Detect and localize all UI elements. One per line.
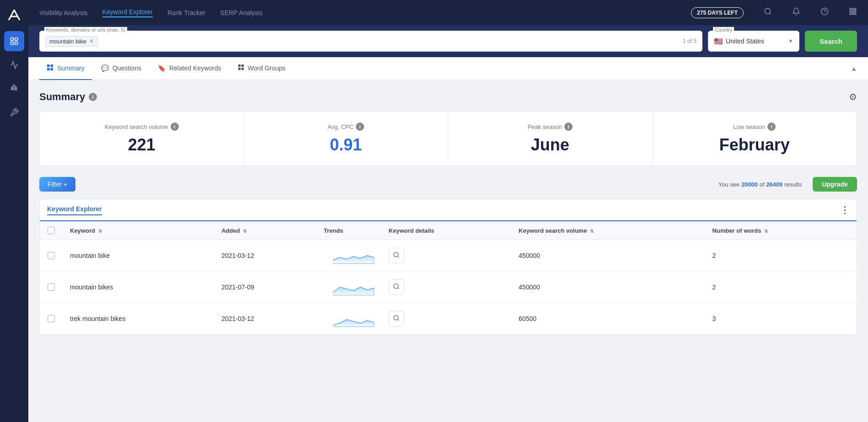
stat-search-volume-info-icon[interactable]: i	[171, 123, 179, 131]
row-checkbox-1[interactable]	[48, 283, 55, 291]
table-row: mountain bike2021-03-12 4500002	[40, 240, 857, 272]
tab-word-groups-label: Word Groups	[248, 64, 286, 72]
results-of: of	[760, 181, 765, 188]
table-more-options-button[interactable]: ⋮	[840, 204, 849, 215]
svg-rect-12	[852, 11, 854, 12]
apps-grid-icon[interactable]	[849, 7, 857, 18]
col-keyword-sort: ⇅	[98, 229, 102, 234]
cell-num-words: 3	[705, 303, 857, 335]
svg-rect-15	[852, 13, 854, 15]
svg-line-30	[398, 319, 399, 321]
svg-rect-3	[15, 42, 18, 45]
nav-serp-analysis[interactable]: SERP Analysis	[220, 9, 263, 16]
sidebar-item-analytics[interactable]	[4, 55, 24, 75]
nav-rank-tracker[interactable]: Rank Tracker	[167, 9, 205, 16]
country-select[interactable]: Country 🇺🇸 United States ▼	[708, 31, 799, 52]
results-suffix: results	[784, 181, 802, 188]
notification-icon[interactable]	[792, 7, 800, 18]
search-icon[interactable]	[764, 7, 772, 18]
filter-row: Filter + You see 20000 of 26409 results …	[39, 177, 857, 192]
tab-word-groups[interactable]: Word Groups	[230, 57, 293, 80]
summary-info-icon[interactable]: i	[89, 93, 97, 101]
table-tab-label[interactable]: Keyword Explorer	[47, 205, 102, 215]
row-checkbox-0[interactable]	[48, 252, 55, 259]
svg-line-28	[398, 288, 399, 289]
table-row: mountain bikes2021-07-09 4500002	[40, 272, 857, 303]
col-num-words[interactable]: Number of words ⇅	[705, 221, 857, 240]
keyword-tag-text: mountain bike	[49, 38, 86, 45]
keyword-detail-button-0[interactable]	[389, 248, 404, 263]
stat-peak-season: Peak season i June	[448, 112, 653, 166]
filter-button[interactable]: Filter +	[39, 177, 75, 192]
cell-keyword: trek mountain bikes	[63, 303, 214, 335]
sidebar-item-home[interactable]	[4, 31, 24, 51]
keyword-tag-remove[interactable]: ✕	[89, 38, 94, 44]
help-icon[interactable]	[820, 7, 829, 18]
svg-rect-24	[241, 68, 243, 70]
col-added-sort: ⇅	[243, 229, 246, 234]
svg-point-4	[765, 8, 770, 14]
row-checkbox-2[interactable]	[48, 315, 55, 322]
keyword-table-wrapper: Keyword Explorer ⋮ Keyword ⇅ Added	[39, 199, 857, 335]
col-search-volume-sort: ⇅	[590, 229, 594, 234]
keyword-table: Keyword ⇅ Added ⇅ Trends Keyword details	[40, 221, 857, 335]
search-button[interactable]: Search	[805, 31, 857, 52]
stat-low-season-info-icon[interactable]: i	[767, 123, 776, 131]
nav-visibility-analysis[interactable]: Visibility Analysis	[39, 9, 88, 16]
summary-title-text: Summary	[39, 91, 85, 103]
stats-grid: Keyword search volume i 221 Avg. CPC i 0…	[39, 111, 857, 166]
chevron-down-icon: ▼	[788, 38, 793, 44]
tab-summary[interactable]: Summary	[39, 57, 92, 80]
tab-bar-collapse-icon[interactable]: ▲	[851, 65, 857, 72]
app-logo[interactable]	[4, 5, 24, 25]
upgrade-button[interactable]: Upgrade	[813, 177, 857, 192]
cell-search-volume: 450000	[511, 272, 705, 303]
table-head: Keyword ⇅ Added ⇅ Trends Keyword details	[40, 221, 857, 240]
stat-peak-season-info-icon[interactable]: i	[564, 123, 573, 131]
tab-related-icon: 🔖	[158, 64, 166, 72]
keyword-input-wrapper[interactable]: Keywords, domains or urls (max. 5) mount…	[39, 31, 702, 52]
col-keyword[interactable]: Keyword ⇅	[63, 221, 214, 240]
tab-wordgroups-icon	[238, 64, 244, 72]
settings-gear-icon[interactable]: ⚙	[849, 91, 857, 102]
tab-summary-icon	[47, 64, 54, 72]
cell-num-words: 2	[705, 272, 857, 303]
search-detail-icon	[393, 251, 400, 260]
cell-added: 2021-07-09	[214, 272, 316, 303]
table-body: mountain bike2021-03-12 4500002mountain …	[40, 240, 857, 335]
sidebar-item-tools[interactable]	[4, 102, 24, 123]
sidebar-item-puzzle[interactable]	[4, 79, 24, 99]
tab-related-keywords-label: Related Keywords	[169, 64, 221, 72]
keyword-tag: mountain bike ✕	[45, 36, 98, 47]
col-added[interactable]: Added ⇅	[214, 221, 316, 240]
cell-added: 2021-03-12	[214, 240, 316, 272]
days-left-badge[interactable]: 275 DAYS LEFT	[691, 7, 744, 18]
summary-title: Summary i	[39, 91, 97, 103]
stat-avg-cpc-info-icon[interactable]: i	[356, 123, 364, 131]
country-flag: 🇺🇸	[714, 37, 723, 46]
col-search-volume[interactable]: Keyword search volume ⇅	[511, 221, 705, 240]
cell-keyword-details	[381, 303, 511, 335]
svg-rect-14	[850, 13, 851, 15]
svg-rect-17	[47, 64, 50, 67]
svg-rect-23	[238, 68, 240, 70]
keyword-detail-button-2[interactable]	[389, 311, 404, 326]
svg-rect-2	[11, 42, 14, 45]
keyword-detail-button-1[interactable]	[389, 279, 404, 295]
summary-header: Summary i ⚙	[39, 91, 857, 103]
results-info: You see 20000 of 26409 results	[718, 181, 802, 188]
cell-trends	[316, 272, 381, 303]
tab-questions[interactable]: 💬 Questions	[94, 57, 149, 80]
nav-keyword-explorer[interactable]: Keyword Explorer	[102, 8, 153, 17]
svg-rect-11	[850, 11, 851, 12]
results-text-before: You see	[718, 181, 740, 188]
cell-keyword-details	[381, 272, 511, 303]
svg-point-29	[394, 315, 398, 320]
country-label: Country	[713, 27, 734, 32]
cell-keyword-details	[381, 240, 511, 272]
select-all-checkbox[interactable]	[48, 227, 55, 234]
tab-related-keywords[interactable]: 🔖 Related Keywords	[150, 57, 229, 80]
sidebar	[0, 0, 28, 422]
stat-value-search-volume: 221	[51, 135, 233, 155]
tab-questions-label: Questions	[113, 64, 141, 72]
